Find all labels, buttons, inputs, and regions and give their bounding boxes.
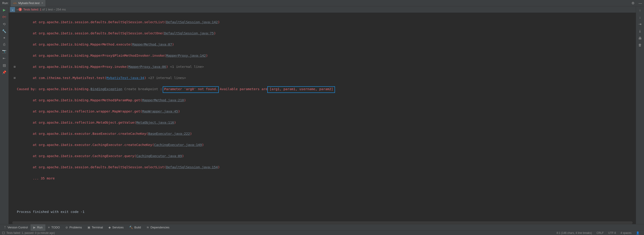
source-link[interactable]: CachingExecutor.java:149 xyxy=(154,143,202,147)
scroll-down-icon[interactable]: ↓ xyxy=(638,15,642,19)
test-status-row: ⌄ » ! Tests failed: 1 of 1 test – 254 ms xyxy=(9,6,636,13)
expand-icon[interactable]: ⊞ xyxy=(12,64,17,70)
stack-line: ⊞ at org.apache.ibatis.binding.MapperPro… xyxy=(12,64,636,70)
horizontal-scrollbar[interactable] xyxy=(12,221,632,224)
left-toolbar: ▶ ⟳! ⟲ 🔧 ■ ⎙ 📷 ⇤ ▤ 📌 xyxy=(0,6,9,224)
stack-line: at org.apache.ibatis.session.defaults.De… xyxy=(12,19,636,25)
test-summary: Tests failed: 1 of 1 test – 254 ms xyxy=(23,8,66,11)
console-output[interactable]: at org.apache.ibatis.session.defaults.De… xyxy=(9,13,636,221)
tab-todo[interactable]: ≡TODO xyxy=(45,224,63,231)
stack-line: at org.apache.ibatis.session.defaults.De… xyxy=(12,164,636,170)
source-link[interactable]: MapWrapper.java:45 xyxy=(142,110,178,113)
stack-line: at org.apache.ibatis.binding.MapperMetho… xyxy=(12,97,636,103)
soft-wrap-icon[interactable]: ⇥ xyxy=(638,22,642,26)
source-link[interactable]: MapperMethod.java:210 xyxy=(142,98,184,102)
source-link[interactable]: DefaultSqlSession.java:75 xyxy=(164,31,214,35)
source-link[interactable]: CachingExecutor.java:89 xyxy=(136,154,182,158)
test-file-icon xyxy=(13,1,17,5)
highlight-box-2 xyxy=(267,86,335,93)
inspection-icon[interactable]: 👤 xyxy=(634,231,642,235)
source-link[interactable]: MetaObject.java:116 xyxy=(136,121,174,124)
rerun-failed-icon[interactable]: ⟳! xyxy=(2,15,6,19)
tab-run[interactable]: ▶Run xyxy=(30,224,45,231)
stack-line: ⊞ at com.itheima.test.MybatisTest.test(M… xyxy=(12,75,636,81)
rerun-icon[interactable]: ▶ xyxy=(2,8,6,12)
stack-line: at org.apache.ibatis.executor.CachingExe… xyxy=(12,153,636,159)
print-icon[interactable]: 🖶 xyxy=(638,36,642,40)
stack-line: at org.apache.ibatis.session.defaults.De… xyxy=(12,30,636,36)
exit-code-line: Process finished with exit code -1 xyxy=(12,209,636,215)
branch-icon: ᛘ xyxy=(4,226,6,229)
minimize-icon[interactable]: — xyxy=(636,1,644,5)
tab-terminal[interactable]: ▣Terminal xyxy=(85,224,106,231)
highlight-box-1 xyxy=(163,86,219,93)
pin-icon[interactable]: 📌 xyxy=(2,70,6,74)
source-link[interactable]: MapperProxy.java:86 xyxy=(128,65,166,68)
stack-icon: ≋ xyxy=(146,226,149,229)
stack-line: at org.apache.ibatis.reflection.wrapper.… xyxy=(12,109,636,114)
stop-icon[interactable]: ■ xyxy=(2,36,6,39)
source-link[interactable]: BaseExecutor.java:222 xyxy=(148,132,190,136)
stack-line: at org.apache.ibatis.executor.CachingExe… xyxy=(12,142,636,148)
run-label: Run: xyxy=(0,1,11,5)
hammer-icon: 🔨 xyxy=(129,226,133,229)
bottom-toolwindow-bar: ᛘVersion Control ▶Run ≡TODO ⊘Problems ▣T… xyxy=(0,224,644,231)
scroll-up-icon[interactable]: ↑ xyxy=(638,8,642,12)
tab-services[interactable]: ◆Services xyxy=(106,224,126,231)
close-icon[interactable]: ✕ xyxy=(41,1,43,4)
right-toolbar: ↑ ↓ ⇥ ⤓ 🖶 🗑 xyxy=(636,6,644,224)
console-panel: ⌄ » ! Tests failed: 1 of 1 test – 254 ms… xyxy=(9,6,636,224)
terminal-icon: ▣ xyxy=(88,226,90,229)
encoding[interactable]: UTF-8 xyxy=(606,231,618,235)
gear-icon[interactable]: ⚙ xyxy=(630,1,636,5)
source-link[interactable]: DefaultSqlSession.java:142 xyxy=(166,20,218,24)
wrench-icon[interactable]: 🔧 xyxy=(2,29,6,33)
source-link[interactable]: MapperProxy.java:142 xyxy=(166,54,206,57)
layout-icon[interactable]: ▤ xyxy=(2,63,6,67)
tab-title: MybatisTest.test xyxy=(18,1,40,5)
exception-link[interactable]: BindingException xyxy=(90,87,122,91)
expand-icon[interactable]: ⊞ xyxy=(12,75,17,81)
camera-icon[interactable]: 📷 xyxy=(2,49,6,53)
tab-dependencies[interactable]: ≋Dependencies xyxy=(144,224,172,231)
scroll-to-end-icon[interactable]: ⤓ xyxy=(638,29,642,33)
status-bar: Tests failed: 1, passed: 0 (a minute ago… xyxy=(0,231,644,235)
run-tool-body: ▶ ⟳! ⟲ 🔧 ■ ⎙ 📷 ⇤ ▤ 📌 ⌄ » ! Tests failed:… xyxy=(0,6,644,224)
dump-icon[interactable]: ⎙ xyxy=(2,42,6,46)
play-icon: ▶ xyxy=(33,226,36,229)
services-icon: ◆ xyxy=(108,226,111,229)
create-breakpoint-hint[interactable]: Create breakpoint xyxy=(122,87,160,91)
stack-line: at org.apache.ibatis.binding.MapperMetho… xyxy=(12,42,636,47)
source-link[interactable]: MapperMethod.java:87 xyxy=(132,43,172,46)
tab-version-control[interactable]: ᛘVersion Control xyxy=(1,224,30,231)
status-indicator-icon[interactable] xyxy=(2,232,4,234)
collapse-tree-button[interactable]: ⌄ xyxy=(10,7,15,12)
stack-line: at org.apache.ibatis.binding.MapperProxy… xyxy=(12,53,636,58)
fail-badge-icon: ! xyxy=(18,8,22,11)
stack-line: at org.apache.ibatis.reflection.MetaObje… xyxy=(12,120,636,125)
indent[interactable]: 4 spaces xyxy=(618,231,634,235)
run-tool-header: Run: MybatisTest.test ✕ ⚙ — xyxy=(0,0,644,6)
stack-line: at org.apache.ibatis.executor.BaseExecut… xyxy=(12,131,636,137)
stack-more: ... 35 more xyxy=(12,176,636,181)
tab-build[interactable]: 🔨Build xyxy=(126,224,144,231)
warning-icon: ⊘ xyxy=(66,226,68,229)
tab-problems[interactable]: ⊘Problems xyxy=(63,224,85,231)
source-link[interactable]: DefaultSqlSession.java:154 xyxy=(166,165,218,169)
status-left: Tests failed: 1, passed: 0 (a minute ago… xyxy=(6,231,55,235)
source-link[interactable]: MybatisTest.java:34 xyxy=(106,76,144,80)
exit-icon[interactable]: ⇤ xyxy=(2,56,6,60)
line-ending[interactable]: CRLF xyxy=(594,231,606,235)
dbl-chevron: » xyxy=(16,8,18,11)
caret-position[interactable]: 8:1 (146 chars, 4 line breaks) xyxy=(554,231,594,235)
trash-icon[interactable]: 🗑 xyxy=(638,43,642,47)
toggle-auto-icon[interactable]: ⟲ xyxy=(2,22,6,26)
run-config-tab[interactable]: MybatisTest.test ✕ xyxy=(11,0,46,6)
todo-icon: ≡ xyxy=(48,226,50,229)
